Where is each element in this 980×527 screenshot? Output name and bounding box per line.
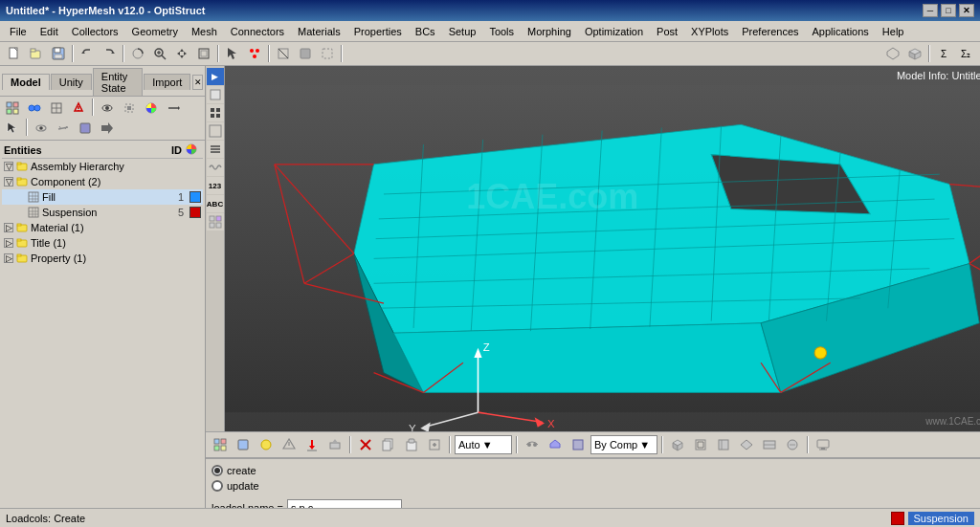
- side-icon-grid[interactable]: [207, 213, 224, 231]
- bt-icon-4[interactable]: [278, 435, 300, 454]
- tree-item-fill[interactable]: Fill 1: [2, 189, 203, 205]
- fit-btn[interactable]: [193, 44, 214, 63]
- bt-dot-icon[interactable]: [522, 435, 543, 454]
- view3d-btn[interactable]: [882, 44, 903, 63]
- bt-icon-9[interactable]: [736, 435, 757, 454]
- menu-materials[interactable]: Materials: [292, 24, 346, 39]
- sum-btn[interactable]: Σ: [933, 44, 954, 63]
- side-icon-abc[interactable]: ABC: [207, 195, 224, 212]
- bt-copy-icon[interactable]: [378, 435, 399, 454]
- tree-item-material[interactable]: ▷ Material (1): [2, 220, 203, 235]
- side-icon-2[interactable]: [207, 86, 224, 103]
- bt-icon-8[interactable]: [713, 435, 734, 454]
- tab-entity-state[interactable]: Entity State: [93, 68, 143, 96]
- bt-icon-2[interactable]: [233, 435, 254, 454]
- tab-model[interactable]: Model: [2, 74, 50, 90]
- shaded-btn[interactable]: [295, 44, 316, 63]
- node-show-icon[interactable]: [24, 99, 45, 118]
- show-hide-icon[interactable]: [97, 99, 118, 118]
- menu-setup[interactable]: Setup: [443, 24, 482, 39]
- viewport-3d[interactable]: Model Info: Untitled*: [225, 66, 980, 431]
- menu-file[interactable]: File: [4, 24, 33, 39]
- tree-expand-material[interactable]: ▷: [4, 223, 13, 232]
- save-btn[interactable]: [48, 44, 69, 63]
- undo-btn[interactable]: [77, 44, 98, 63]
- bt-delete-icon[interactable]: [355, 435, 376, 454]
- menu-preferences[interactable]: Preferences: [736, 24, 804, 39]
- cursor-icon[interactable]: [2, 119, 23, 138]
- select-btn[interactable]: [222, 44, 243, 63]
- bycomp-dropdown[interactable]: By Comp ▼: [590, 435, 657, 454]
- tree-item-suspension[interactable]: Suspension 5: [2, 205, 203, 220]
- minimize-btn[interactable]: ─: [923, 4, 938, 17]
- create-radio[interactable]: [212, 465, 223, 476]
- fill-color-swatch[interactable]: [189, 191, 201, 203]
- side-icon-wave[interactable]: [207, 159, 224, 176]
- more-icon[interactable]: [97, 119, 118, 138]
- menu-help[interactable]: Help: [877, 24, 910, 39]
- bt-icon-11[interactable]: [782, 435, 803, 454]
- bt-cube-icon[interactable]: [667, 435, 688, 454]
- menu-edit[interactable]: Edit: [34, 24, 64, 39]
- eye-open-icon[interactable]: [31, 119, 52, 138]
- rotate-btn[interactable]: [127, 44, 148, 63]
- zoom-btn[interactable]: [149, 44, 170, 63]
- menu-morphing[interactable]: Morphing: [522, 24, 577, 39]
- left-panel-close[interactable]: ✕: [192, 75, 203, 90]
- menu-geometry[interactable]: Geometry: [126, 24, 184, 39]
- isolate-icon[interactable]: [119, 99, 140, 118]
- comp-icon[interactable]: [2, 99, 23, 118]
- bt-icon-3[interactable]: [256, 435, 277, 454]
- pan-btn[interactable]: [171, 44, 192, 63]
- arrow-icon[interactable]: [163, 99, 184, 118]
- load-icon[interactable]: [68, 99, 89, 118]
- loadcol-name-input[interactable]: [287, 499, 402, 508]
- tab-unity[interactable]: Unity: [51, 74, 92, 90]
- side-icon-4[interactable]: [207, 122, 224, 140]
- menu-properties[interactable]: Properties: [348, 24, 408, 39]
- open-btn[interactable]: [26, 44, 47, 63]
- tree-item-property[interactable]: ▷ Property (1): [2, 251, 203, 266]
- render-icon[interactable]: [75, 119, 96, 138]
- menu-optimization[interactable]: Optimization: [579, 24, 649, 39]
- menu-post[interactable]: Post: [651, 24, 683, 39]
- menu-connectors[interactable]: Connectors: [225, 24, 290, 39]
- tree-item-assembly[interactable]: ▽ Assembly Hierarchy: [2, 159, 203, 174]
- side-icon-5[interactable]: [207, 141, 224, 158]
- cube-btn[interactable]: [904, 44, 925, 63]
- menu-tools[interactable]: Tools: [483, 24, 520, 39]
- bt-icon-10[interactable]: [759, 435, 780, 454]
- eye-closed-icon[interactable]: [53, 119, 74, 138]
- tree-item-component[interactable]: ▽ Component (2): [2, 174, 203, 189]
- menu-mesh[interactable]: Mesh: [186, 24, 223, 39]
- color-icon[interactable]: [141, 99, 162, 118]
- side-icon-1[interactable]: ▶: [207, 68, 224, 85]
- bt-icon-5[interactable]: [324, 435, 345, 454]
- redo-btn[interactable]: [99, 44, 120, 63]
- bt-shape-icon[interactable]: [545, 435, 566, 454]
- elem-icon[interactable]: [46, 99, 67, 118]
- side-icon-3[interactable]: [207, 104, 224, 121]
- bt-icon-6[interactable]: [424, 435, 445, 454]
- suspension-color-swatch[interactable]: [189, 207, 201, 218]
- wire-btn[interactable]: [273, 44, 294, 63]
- menu-collectors[interactable]: Collectors: [66, 24, 124, 39]
- menu-applications[interactable]: Applications: [807, 24, 875, 39]
- bt-box-icon[interactable]: [568, 435, 589, 454]
- auto-dropdown[interactable]: Auto ▼: [455, 435, 512, 454]
- side-icon-123[interactable]: 123: [207, 177, 224, 194]
- bt-icon-7[interactable]: [690, 435, 711, 454]
- bt-monitor-icon[interactable]: [813, 435, 834, 454]
- tree-expand-assembly[interactable]: ▽: [4, 162, 13, 171]
- tree-item-title[interactable]: ▷ Title (1): [2, 235, 203, 251]
- close-btn[interactable]: ✕: [959, 4, 974, 17]
- menu-bcs[interactable]: BCs: [410, 24, 441, 39]
- bt-paste-icon[interactable]: [401, 435, 422, 454]
- node-btn[interactable]: [244, 44, 265, 63]
- new-btn[interactable]: [4, 44, 25, 63]
- tab-import[interactable]: Import: [144, 74, 190, 90]
- sum2-btn[interactable]: Σ₂: [955, 44, 976, 63]
- menu-xyplots[interactable]: XYPlots: [685, 24, 734, 39]
- bt-icon-1[interactable]: [210, 435, 231, 454]
- tree-expand-property[interactable]: ▷: [4, 253, 13, 263]
